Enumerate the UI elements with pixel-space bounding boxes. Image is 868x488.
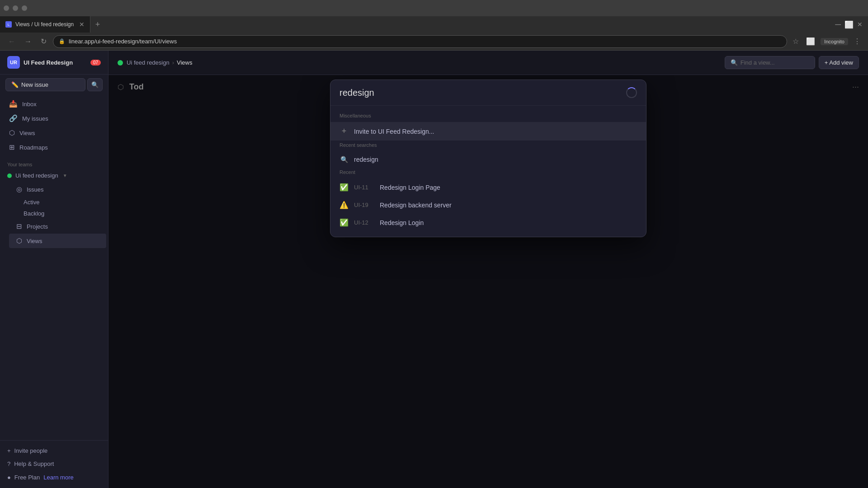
incognito-label: Incognito — [824, 39, 844, 44]
breadcrumb: Ui feed redesign › Views — [127, 59, 192, 66]
invite-people-button[interactable]: + Invite people — [0, 444, 108, 457]
incognito-badge: Incognito — [821, 38, 848, 45]
views-label: Views — [19, 130, 35, 136]
sidebar-item-my-issues[interactable]: 🔗 My issues — [2, 111, 106, 126]
sidebar-footer: + Invite people ? Help & Support ● Free … — [0, 440, 108, 488]
done-icon-ui11: ✅ — [340, 183, 349, 192]
browser-actions: ☆ ⬜ Incognito ⋮ — [791, 35, 863, 47]
active-tab[interactable]: L Views / Ui feed redesign ✕ — [0, 16, 90, 33]
issues-icon: ◎ — [16, 185, 22, 193]
find-view-input[interactable]: 🔍 Find a view... — [725, 56, 815, 69]
invite-result-label: Invite to UI Feed Redesign... — [354, 128, 434, 135]
search-input-row — [330, 80, 646, 106]
your-teams-label: Your teams — [0, 156, 108, 169]
in-progress-icon-ui19: ⚠️ — [340, 201, 349, 209]
sidebar-item-issues[interactable]: ◎ Issues — [9, 182, 106, 197]
free-plan-section: ● Free Plan Learn more — [0, 470, 108, 484]
menu-button[interactable]: ⋮ — [852, 35, 863, 47]
reload-button[interactable]: ↻ — [38, 35, 49, 47]
sidebar-item-projects[interactable]: ⊟ Projects — [9, 219, 106, 234]
back-button[interactable]: ← — [5, 36, 18, 47]
tab-close-icon[interactable]: ✕ — [79, 21, 85, 28]
maximize-button[interactable] — [13, 5, 18, 11]
team-sub-nav: ◎ Issues Active Backlog ⊟ Projects ⬡ Vie… — [0, 182, 108, 248]
search-button[interactable]: 🔍 — [87, 78, 103, 91]
find-view-placeholder: Find a view... — [741, 59, 775, 66]
team-dot-icon — [7, 174, 12, 178]
tab-bar: L Views / Ui feed redesign ✕ + ─ ⬜ ✕ — [0, 16, 868, 33]
content-area: ⬡ Tod ··· Miscellaneous + In — [108, 75, 868, 488]
plus-result-icon: + — [340, 127, 349, 136]
browser-chrome: L Views / Ui feed redesign ✕ + ─ ⬜ ✕ ← →… — [0, 0, 868, 51]
window-maximize-icon[interactable]: ⬜ — [844, 20, 854, 29]
close-button[interactable] — [22, 5, 27, 11]
issue-id-ui19: UI-19 — [354, 202, 374, 208]
result-ui-12[interactable]: ✅ UI-12 Redesign Login — [330, 214, 646, 231]
recent-section-label: Recent — [330, 168, 646, 178]
sidebar-item-backlog[interactable]: Backlog — [16, 208, 106, 219]
invite-label: Invite people — [14, 447, 48, 454]
team-name: Ui feed redesign — [15, 172, 58, 179]
header-team-dot — [118, 60, 123, 66]
sidebar: UR UI Feed Redesign 07 ✏️ New issue 🔍 📥 … — [0, 51, 108, 488]
find-search-icon: 🔍 — [731, 59, 738, 66]
sidebar-item-roadmaps[interactable]: ⊞ Roadmaps — [2, 140, 106, 155]
header-actions: 🔍 Find a view... + Add view — [725, 56, 859, 69]
search-input[interactable] — [340, 88, 621, 98]
done-icon-ui12: ✅ — [340, 218, 349, 227]
window-controls[interactable] — [4, 5, 27, 11]
help-support-button[interactable]: ? Help & Support — [0, 457, 108, 470]
search-result-icon: 🔍 — [340, 156, 349, 163]
views-icon: ⬡ — [9, 129, 15, 137]
tab-favicon: L — [5, 21, 12, 28]
minimize-button[interactable] — [4, 5, 9, 11]
new-issue-button[interactable]: ✏️ New issue — [5, 78, 85, 91]
sidebar-item-views[interactable]: ⬡ Views — [2, 126, 106, 140]
browser-toolbar: ← → ↻ 🔒 linear.app/ui-feed-redesign/team… — [0, 33, 868, 51]
new-issue-icon: ✏️ — [11, 81, 19, 88]
result-ui-19[interactable]: ⚠️ UI-19 Redesign backend server — [330, 196, 646, 214]
team-chevron-icon: ▼ — [63, 173, 67, 178]
free-plan-label: Free Plan — [14, 474, 40, 481]
sidebar-item-active[interactable]: Active — [16, 197, 106, 208]
window-minimize-icon[interactable]: ─ — [835, 20, 841, 29]
projects-label: Projects — [27, 223, 48, 230]
window-close-icon[interactable]: ✕ — [857, 21, 863, 28]
invite-result-item[interactable]: + Invite to UI Feed Redesign... — [330, 122, 646, 141]
team-item-ui-feed[interactable]: Ui feed redesign ▼ — [0, 169, 108, 182]
sidebar-item-views-team[interactable]: ⬡ Views — [9, 234, 106, 248]
issue-title-ui19: Redesign backend server — [380, 202, 452, 209]
new-tab-button[interactable]: + — [90, 16, 105, 33]
recent-search-redesign[interactable]: 🔍 redesign — [330, 151, 646, 168]
main-content: Ui feed redesign › Views 🔍 Find a view..… — [108, 51, 868, 488]
sidebar-item-inbox[interactable]: 📥 Inbox — [2, 97, 106, 111]
issues-sub-nav: Active Backlog — [7, 197, 108, 219]
search-overlay[interactable]: Miscellaneous + Invite to UI Feed Redesi… — [108, 75, 868, 488]
bookmark-button[interactable]: ☆ — [791, 35, 801, 47]
notification-badge: 07 — [90, 60, 101, 66]
result-ui-11[interactable]: ✅ UI-11 Redesign Login Page — [330, 178, 646, 196]
active-label: Active — [24, 199, 39, 206]
issue-title-ui12: Redesign Login — [380, 219, 424, 226]
lock-icon: 🔒 — [59, 38, 65, 44]
my-issues-label: My issues — [22, 115, 48, 122]
tab-title: Views / Ui feed redesign — [15, 21, 74, 28]
add-view-button[interactable]: + Add view — [819, 56, 859, 69]
recent-search-label: redesign — [354, 156, 378, 163]
help-icon: ? — [7, 460, 10, 467]
address-bar[interactable]: 🔒 linear.app/ui-feed-redesign/team/UI/vi… — [53, 35, 787, 48]
new-issue-label: New issue — [21, 81, 48, 88]
extensions-button[interactable]: ⬜ — [804, 35, 817, 47]
miscellaneous-section-label: Miscellaneous — [330, 111, 646, 122]
views-team-label: Views — [27, 238, 42, 244]
help-label: Help & Support — [14, 460, 54, 467]
sidebar-toolbar: ✏️ New issue 🔍 — [0, 75, 108, 95]
inbox-icon: 📥 — [9, 100, 18, 108]
forward-button[interactable]: → — [22, 36, 34, 47]
search-results: Miscellaneous + Invite to UI Feed Redesi… — [330, 106, 646, 237]
learn-more-link[interactable]: Learn more — [43, 474, 73, 481]
workspace-avatar: UR — [7, 56, 20, 69]
breadcrumb-team: Ui feed redesign — [127, 59, 170, 66]
url-text: linear.app/ui-feed-redesign/team/UI/view… — [69, 38, 177, 45]
app: UR UI Feed Redesign 07 ✏️ New issue 🔍 📥 … — [0, 51, 868, 488]
